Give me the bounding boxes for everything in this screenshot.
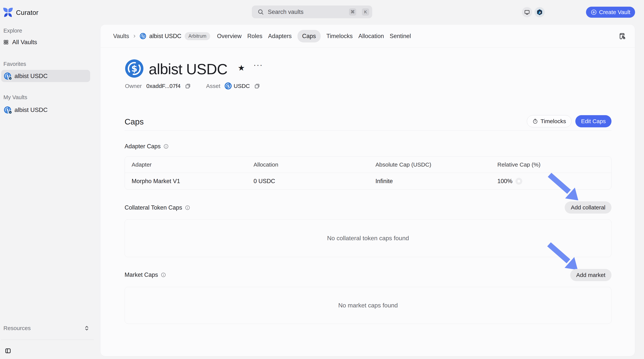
sidebar-section-my-vaults: My Vaults: [4, 94, 27, 101]
network-avatar-button[interactable]: [534, 7, 545, 17]
copy-asset-icon[interactable]: [254, 83, 260, 89]
search-input[interactable]: Search vaults ⌘ K: [252, 6, 372, 18]
tab-allocation[interactable]: Allocation: [358, 30, 384, 43]
all-vaults-label: All Vaults: [12, 39, 37, 46]
sidebar-item-favorite-vault[interactable]: albist USDC: [1, 70, 90, 82]
card-header: Vaults albist USDC Arbitrum Overview Rol…: [100, 25, 635, 48]
relative-cap-donut-icon: [516, 178, 522, 185]
market-caps-title-row: Market Caps: [124, 271, 166, 278]
caps-actions: Timelocks Edit Caps: [527, 115, 612, 127]
vault-title: albist USDC: [149, 60, 228, 78]
collateral-empty-message: No collateral token caps found: [327, 235, 409, 242]
sidebar-item-all-vaults[interactable]: All Vaults: [4, 39, 37, 46]
market-empty-message: No market caps found: [338, 302, 398, 309]
breadcrumb: Vaults albist USDC Arbitrum: [113, 25, 210, 48]
add-collateral-label: Add collateral: [571, 204, 606, 211]
add-collateral-button[interactable]: Add collateral: [565, 201, 612, 214]
arbitrum-icon: [536, 9, 543, 16]
timelocks-button-label: Timelocks: [540, 118, 566, 125]
monitor-icon: [524, 9, 530, 15]
create-vault-label: Create Vault: [599, 9, 630, 16]
table-row[interactable]: Morpho Market V1 0 USDC Infinite 100%: [125, 173, 611, 190]
asset-label: Asset: [206, 83, 220, 89]
market-caps-empty-state: No market caps found: [124, 287, 612, 324]
more-options-button[interactable]: ···: [253, 60, 263, 70]
add-market-label: Add market: [576, 272, 606, 278]
owner-address: 0xaddF...07f4: [146, 83, 180, 89]
arbitrum-network-badge-icon: [8, 110, 12, 114]
vault-usdc-icon: [125, 59, 144, 78]
curator-logo-icon[interactable]: [3, 8, 13, 17]
column-allocation: Allocation: [254, 161, 376, 168]
adapter-caps-table: Adapter Allocation Absolute Cap (USDC) R…: [124, 156, 612, 190]
create-vault-button[interactable]: Create Vault: [586, 7, 635, 18]
column-adapter: Adapter: [132, 161, 254, 168]
sidebar-collapse-button[interactable]: [5, 348, 11, 354]
tab-adapters[interactable]: Adapters: [268, 30, 292, 43]
owner-label: Owner: [125, 83, 142, 89]
section-divider: [124, 130, 612, 131]
network-badge: Arbitrum: [185, 32, 210, 40]
collateral-caps-empty-state: No collateral token caps found: [124, 219, 612, 257]
chevron-right-icon: [132, 34, 136, 38]
tab-caps[interactable]: Caps: [298, 30, 321, 43]
asset-value: USDC: [234, 83, 250, 89]
sidebar-resources-toggle[interactable]: Resources: [4, 325, 90, 331]
clock-icon: [532, 118, 538, 124]
plus-circle-icon: [591, 9, 597, 15]
display-mode-button[interactable]: [522, 7, 532, 17]
sidebar-section-explore: Explore: [4, 28, 22, 34]
kbd-command: ⌘: [349, 8, 356, 16]
breadcrumb-vaults-link[interactable]: Vaults: [113, 33, 129, 40]
edit-caps-button[interactable]: Edit Caps: [575, 115, 612, 127]
asset-usdc-icon: [224, 82, 232, 90]
copy-owner-icon[interactable]: [185, 83, 191, 89]
vault-detail-card: Vaults albist USDC Arbitrum Overview Rol…: [100, 24, 635, 356]
vault-token-icon: [4, 73, 11, 80]
address-book-permissions-icon[interactable]: [618, 33, 626, 40]
collateral-caps-title: Collateral Token Caps: [124, 204, 182, 211]
search-icon: [258, 9, 264, 15]
resources-label: Resources: [4, 325, 30, 331]
curator-app: Curator Search vaults ⌘ K Create Vault E…: [0, 0, 644, 359]
usdc-icon: [140, 33, 146, 39]
chevron-up-down-icon: [83, 325, 90, 331]
tab-overview[interactable]: Overview: [217, 30, 242, 43]
add-market-button[interactable]: Add market: [570, 269, 612, 281]
app-title: Curator: [16, 9, 38, 16]
info-icon[interactable]: [161, 272, 166, 277]
kbd-k: K: [362, 8, 369, 16]
timelocks-button[interactable]: Timelocks: [527, 115, 572, 127]
cell-absolute-cap: Infinite: [376, 178, 497, 185]
breadcrumb-vault-name: albist USDC: [149, 33, 182, 40]
favorite-vault-label: albist USDC: [14, 73, 48, 80]
sidebar-section-favorites: Favorites: [4, 61, 26, 67]
favorite-star-icon[interactable]: ★: [238, 63, 245, 73]
table-header-row: Adapter Allocation Absolute Cap (USDC) R…: [125, 156, 611, 173]
column-relative-cap: Relative Cap (%): [497, 161, 604, 168]
vault-token-icon: [4, 106, 11, 113]
arbitrum-network-badge-icon: [8, 77, 12, 81]
adapter-caps-title-row: Adapter Caps: [124, 143, 169, 150]
tab-sentinel[interactable]: Sentinel: [390, 30, 411, 43]
cell-adapter: Morpho Market V1: [132, 178, 254, 185]
vault-meta-row: Owner 0xaddF...07f4 Asset USDC: [125, 82, 260, 90]
market-caps-title: Market Caps: [124, 271, 158, 278]
tab-timelocks[interactable]: Timelocks: [326, 30, 352, 43]
sidebar-item-my-vault[interactable]: albist USDC: [1, 104, 90, 116]
edit-caps-label: Edit Caps: [581, 118, 606, 125]
tab-roles[interactable]: Roles: [247, 30, 262, 43]
tab-bar: Overview Roles Adapters Caps Timelocks A…: [217, 25, 411, 48]
caps-heading: Caps: [124, 117, 144, 126]
info-icon[interactable]: [164, 144, 169, 149]
sidebar-divider: [1, 339, 94, 340]
cell-allocation: 0 USDC: [254, 178, 376, 185]
adapter-caps-title: Adapter Caps: [124, 143, 161, 150]
info-icon[interactable]: [185, 205, 190, 210]
cell-relative-cap: 100%: [497, 178, 512, 185]
collateral-caps-title-row: Collateral Token Caps: [124, 204, 190, 211]
grid-icon: [4, 40, 8, 45]
my-vault-label: albist USDC: [14, 106, 48, 113]
column-absolute-cap: Absolute Cap (USDC): [376, 161, 497, 168]
search-placeholder: Search vaults: [268, 9, 345, 16]
